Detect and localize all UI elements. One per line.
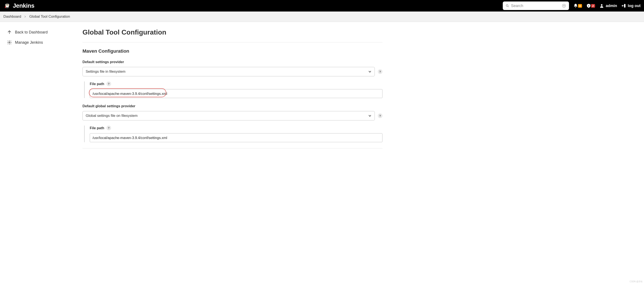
select-value: Settings file in filesystem — [86, 70, 126, 74]
sidebar-item-manage-jenkins[interactable]: Manage Jenkins — [4, 37, 75, 48]
user-name: admin — [606, 4, 617, 8]
svg-rect-6 — [5, 6, 6, 8]
arrow-up-icon — [7, 30, 12, 35]
brand-name[interactable]: Jenkins — [13, 2, 34, 9]
select-default-global-settings-provider[interactable]: Global settings file on filesystem — [82, 111, 375, 121]
breadcrumb-global-tool-config[interactable]: Global Tool Configuration — [29, 14, 70, 19]
svg-point-4 — [6, 4, 7, 5]
sidebar: Back to Dashboard Manage Jenkins — [0, 22, 75, 163]
breadcrumb-bar: Dashboard Global Tool Configuration — [0, 11, 644, 22]
breadcrumb-dashboard[interactable]: Dashboard — [4, 14, 21, 19]
search-input[interactable] — [511, 4, 562, 8]
breadcrumb: Dashboard Global Tool Configuration — [4, 14, 640, 19]
help-button-filepath-2[interactable]: ? — [106, 126, 111, 130]
page-title: Global Tool Configuration — [82, 28, 382, 36]
input-default-settings-filepath[interactable] — [90, 89, 382, 98]
keyboard-shortcut-icon: ⌘ — [562, 3, 566, 8]
svg-rect-12 — [588, 6, 589, 7]
search-icon — [506, 4, 509, 8]
divider — [82, 148, 382, 148]
notifications-badge: 4 — [578, 4, 582, 8]
row-default-global-settings-provider: Global settings file on filesystem ? — [82, 111, 382, 121]
help-button-default-settings[interactable]: ? — [378, 69, 382, 74]
select-default-settings-provider[interactable]: Settings file in filesystem — [82, 67, 375, 76]
chevron-right-icon — [24, 15, 26, 18]
block-default-global-settings-filepath: File path ? — [84, 126, 382, 142]
page-layout: Back to Dashboard Manage Jenkins Global … — [0, 22, 644, 163]
svg-point-5 — [8, 4, 8, 5]
svg-text:⌘: ⌘ — [563, 5, 565, 7]
label-default-settings-provider: Default settings provider — [82, 60, 382, 64]
label-file-path-1: File path ? — [90, 81, 382, 86]
svg-point-13 — [601, 4, 602, 6]
sidebar-item-label: Back to Dashboard — [15, 30, 48, 34]
jenkins-logo-icon[interactable] — [4, 2, 11, 9]
shield-icon — [586, 3, 591, 8]
notifications-button[interactable]: 4 — [573, 3, 582, 8]
svg-point-11 — [588, 5, 589, 6]
logout-button[interactable]: log out — [621, 3, 640, 8]
user-icon — [599, 3, 604, 8]
svg-rect-3 — [6, 6, 9, 7]
input-default-global-settings-filepath[interactable] — [90, 133, 382, 142]
svg-point-7 — [506, 4, 508, 6]
header-left: Jenkins — [4, 2, 34, 9]
logout-icon — [621, 3, 626, 8]
svg-line-8 — [508, 6, 508, 7]
header-right: ⌘ 4 2 admin log out — [503, 1, 640, 10]
help-button-filepath-1[interactable]: ? — [106, 81, 111, 86]
highlighted-input-wrap — [90, 89, 382, 98]
svg-point-14 — [9, 42, 10, 43]
label-default-global-settings-provider: Default global settings provider — [82, 104, 382, 108]
top-header: Jenkins ⌘ 4 2 — [0, 0, 644, 11]
select-value: Global settings file on filesystem — [86, 114, 138, 118]
user-menu[interactable]: admin — [599, 3, 617, 8]
section-title-maven: Maven Configuration — [82, 48, 382, 54]
bell-icon — [573, 3, 578, 8]
divider — [82, 42, 382, 42]
block-default-settings-filepath: File path ? — [84, 81, 382, 98]
row-default-settings-provider: Settings file in filesystem ? — [82, 67, 382, 76]
alerts-badge: 2 — [591, 4, 595, 8]
alerts-button[interactable]: 2 — [586, 3, 595, 8]
sidebar-item-back-to-dashboard[interactable]: Back to Dashboard — [4, 27, 75, 37]
chevron-down-icon — [368, 114, 372, 118]
help-button-default-global-settings[interactable]: ? — [378, 114, 382, 118]
gear-icon — [7, 40, 12, 45]
chevron-down-icon — [368, 70, 372, 73]
sidebar-item-label: Manage Jenkins — [15, 40, 43, 45]
logout-label: log out — [628, 4, 640, 8]
label-file-path-2: File path ? — [90, 126, 382, 130]
main-content: Global Tool Configuration Maven Configur… — [75, 22, 395, 163]
search-box[interactable]: ⌘ — [503, 1, 569, 10]
